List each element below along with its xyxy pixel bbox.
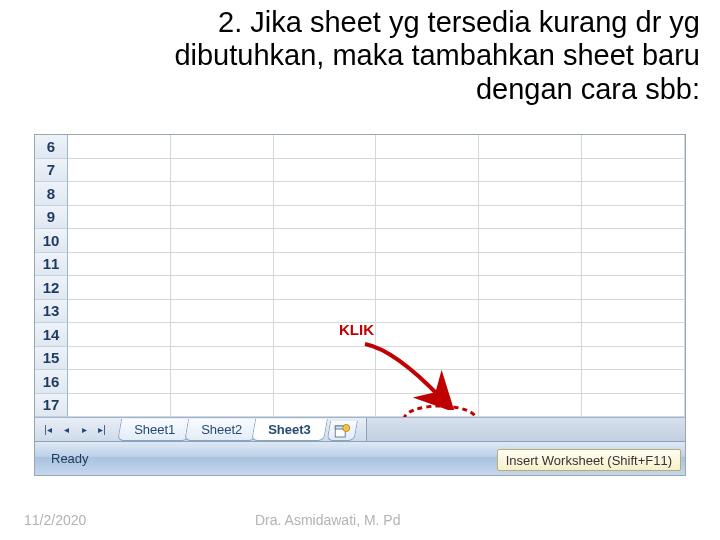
insert-worksheet-icon xyxy=(334,424,350,438)
cell[interactable] xyxy=(171,182,274,206)
cell[interactable] xyxy=(582,159,685,183)
row-header[interactable]: 14 xyxy=(35,323,68,347)
row-header[interactable]: 11 xyxy=(35,253,68,277)
cell[interactable] xyxy=(376,347,479,371)
cell[interactable] xyxy=(68,370,171,394)
cell[interactable] xyxy=(479,323,582,347)
cell[interactable] xyxy=(582,276,685,300)
cell[interactable] xyxy=(68,229,171,253)
row-header[interactable]: 7 xyxy=(35,159,68,183)
sheet-tabs: Sheet1Sheet2Sheet3 xyxy=(121,418,358,441)
cell[interactable] xyxy=(171,206,274,230)
cell[interactable] xyxy=(479,206,582,230)
row-header[interactable]: 16 xyxy=(35,370,68,394)
row-header[interactable]: 6 xyxy=(35,135,68,159)
cell[interactable] xyxy=(376,370,479,394)
cell[interactable] xyxy=(376,182,479,206)
cell[interactable] xyxy=(274,206,377,230)
cell[interactable] xyxy=(171,229,274,253)
tab-nav-prev-icon[interactable]: ◂ xyxy=(57,420,75,440)
row-cells xyxy=(68,229,685,253)
cell[interactable] xyxy=(171,394,274,418)
cell[interactable] xyxy=(171,323,274,347)
cell[interactable] xyxy=(479,135,582,159)
cell[interactable] xyxy=(68,276,171,300)
cell[interactable] xyxy=(582,135,685,159)
cell[interactable] xyxy=(274,370,377,394)
cell[interactable] xyxy=(171,370,274,394)
row-header[interactable]: 15 xyxy=(35,347,68,371)
cell[interactable] xyxy=(582,323,685,347)
cell[interactable] xyxy=(171,300,274,324)
cell[interactable] xyxy=(274,253,377,277)
cell[interactable] xyxy=(479,300,582,324)
cell[interactable] xyxy=(479,276,582,300)
cell[interactable] xyxy=(582,300,685,324)
cell[interactable] xyxy=(479,370,582,394)
cell[interactable] xyxy=(68,394,171,418)
sheet-tab-sheet1[interactable]: Sheet1 xyxy=(117,419,192,441)
row-header[interactable]: 8 xyxy=(35,182,68,206)
cell[interactable] xyxy=(582,253,685,277)
cell[interactable] xyxy=(274,300,377,324)
cell[interactable] xyxy=(68,206,171,230)
cell[interactable] xyxy=(376,229,479,253)
row-header[interactable]: 13 xyxy=(35,300,68,324)
row-cells xyxy=(68,394,685,418)
cell[interactable] xyxy=(479,159,582,183)
cell[interactable] xyxy=(582,206,685,230)
sheet-tab-sheet2[interactable]: Sheet2 xyxy=(184,419,259,441)
cell[interactable] xyxy=(376,159,479,183)
cell[interactable] xyxy=(274,229,377,253)
cell[interactable] xyxy=(68,253,171,277)
cell[interactable] xyxy=(479,229,582,253)
cell[interactable] xyxy=(171,253,274,277)
cell[interactable] xyxy=(68,347,171,371)
row-header[interactable]: 12 xyxy=(35,276,68,300)
cell[interactable] xyxy=(274,159,377,183)
cell[interactable] xyxy=(376,300,479,324)
cell[interactable] xyxy=(68,323,171,347)
cell[interactable] xyxy=(376,135,479,159)
sheet-tab-label: Sheet2 xyxy=(201,422,242,437)
tab-nav-first-icon[interactable]: |◂ xyxy=(39,420,57,440)
cell[interactable] xyxy=(376,206,479,230)
cell[interactable] xyxy=(274,135,377,159)
insert-worksheet-button[interactable] xyxy=(327,421,359,441)
tab-nav-last-icon[interactable]: ▸| xyxy=(93,420,111,440)
slide-title: 2. Jika sheet yg tersedia kurang dr yg d… xyxy=(130,6,700,106)
cell[interactable] xyxy=(479,253,582,277)
cell[interactable] xyxy=(582,347,685,371)
row-header[interactable]: 17 xyxy=(35,394,68,418)
cell[interactable] xyxy=(274,182,377,206)
cell[interactable] xyxy=(376,276,479,300)
cell[interactable] xyxy=(479,182,582,206)
cell[interactable] xyxy=(376,253,479,277)
cell[interactable] xyxy=(171,276,274,300)
cell[interactable] xyxy=(274,276,377,300)
cell[interactable] xyxy=(582,370,685,394)
cell[interactable] xyxy=(68,159,171,183)
cell[interactable] xyxy=(582,182,685,206)
row-cells xyxy=(68,182,685,206)
tab-nav-next-icon[interactable]: ▸ xyxy=(75,420,93,440)
cell[interactable] xyxy=(68,135,171,159)
row-header[interactable]: 10 xyxy=(35,229,68,253)
cell[interactable] xyxy=(68,300,171,324)
cell[interactable] xyxy=(68,182,171,206)
cell[interactable] xyxy=(274,394,377,418)
cell[interactable] xyxy=(582,229,685,253)
cell[interactable] xyxy=(171,159,274,183)
sheet-tab-sheet3[interactable]: Sheet3 xyxy=(252,419,329,441)
cell[interactable] xyxy=(582,394,685,418)
cell[interactable] xyxy=(376,323,479,347)
cell[interactable] xyxy=(479,394,582,418)
cell[interactable] xyxy=(171,135,274,159)
cell[interactable] xyxy=(274,347,377,371)
cell[interactable] xyxy=(376,394,479,418)
klik-annotation: KLIK xyxy=(339,321,374,338)
horizontal-scroll-track[interactable] xyxy=(366,418,685,441)
cell[interactable] xyxy=(171,347,274,371)
cell[interactable] xyxy=(479,347,582,371)
row-header[interactable]: 9 xyxy=(35,206,68,230)
